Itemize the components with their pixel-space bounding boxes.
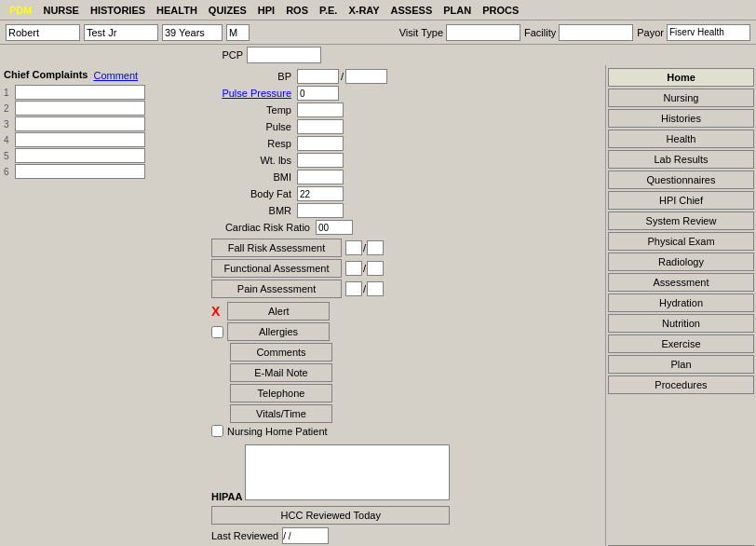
sidebar-physical-exam-btn[interactable]: Physical Exam	[608, 232, 754, 251]
menu-plan[interactable]: PLAN	[438, 3, 477, 18]
bp-input-systolic[interactable]	[297, 69, 339, 84]
bmi-input[interactable]	[297, 170, 344, 184]
allergies-btn[interactable]: Allergies	[227, 322, 330, 341]
hipaa-title: HIPAA	[211, 491, 242, 502]
alert-x-icon[interactable]: X	[211, 304, 220, 319]
resp-input[interactable]	[297, 136, 344, 151]
menu-pdm[interactable]: PDM	[4, 3, 37, 18]
menu-procs[interactable]: PROCS	[477, 3, 524, 18]
functional-assessment-btn[interactable]: Functional Assessment	[211, 259, 342, 278]
nursing-home-row: Nursing Home Patient	[211, 425, 450, 437]
pain-input2[interactable]	[367, 281, 384, 296]
hcc-reviewed-btn[interactable]: HCC Reviewed Today	[211, 506, 450, 525]
facility-group: Facility	[524, 24, 633, 41]
functional-input2[interactable]	[367, 261, 384, 276]
menu-quizes[interactable]: QUIZES	[203, 3, 252, 18]
chief-complaints-section: Chief Complaints Comment 1 2 3 4	[4, 69, 185, 544]
pain-assessment-btn[interactable]: Pain Assessment	[211, 280, 342, 298]
sidebar-procedures-btn[interactable]: Procedures	[608, 375, 754, 394]
sidebar-assessment-btn[interactable]: Assessment	[608, 273, 754, 292]
nursing-home-checkbox[interactable]	[211, 425, 223, 437]
alert-btn[interactable]: Alert	[227, 302, 330, 321]
payor-input[interactable]	[667, 24, 750, 41]
cardiac-risk-input[interactable]	[316, 220, 353, 235]
pulse-pressure-link[interactable]: Pulse Pressure	[211, 88, 295, 99]
sidebar-lab-results-btn[interactable]: Lab Results	[608, 150, 754, 169]
menu-xray[interactable]: X-RAY	[343, 3, 385, 18]
allergies-row: Allergies	[211, 322, 450, 341]
action-buttons-section: X Alert Allergies Comments E-Mail Note	[211, 302, 450, 437]
complaint-input-3[interactable]	[15, 116, 145, 131]
menu-assess[interactable]: ASSESS	[385, 3, 439, 18]
gender-input[interactable]	[226, 24, 250, 41]
pcp-input[interactable]	[247, 47, 321, 63]
vitals-time-btn[interactable]: Vitals/Time	[230, 404, 332, 423]
nursing-home-label: Nursing Home Patient	[227, 426, 328, 437]
alert-row: X Alert	[211, 302, 450, 321]
sidebar-system-review-btn[interactable]: System Review	[608, 212, 754, 230]
sidebar-histories-btn[interactable]: Histories	[608, 109, 754, 128]
bp-input-diastolic[interactable]	[345, 69, 387, 84]
age-input[interactable]	[162, 24, 223, 41]
pain-input1[interactable]	[345, 281, 362, 296]
menu-nurse[interactable]: NURSE	[37, 3, 85, 18]
facility-input[interactable]	[559, 24, 633, 41]
fall-risk-input2[interactable]	[367, 240, 384, 255]
visit-type-input[interactable]	[446, 24, 520, 41]
fall-risk-input1[interactable]	[345, 240, 362, 255]
complaint-row-1: 1	[4, 85, 185, 100]
menu-bar: PDM NURSE HISTORIES HEALTH QUIZES HPI RO…	[0, 0, 756, 20]
complaint-input-2[interactable]	[15, 101, 145, 116]
cardiac-risk-label: Cardiac Risk Ratio	[211, 222, 314, 233]
menu-histories[interactable]: HISTORIES	[85, 3, 151, 18]
sidebar-health-btn[interactable]: Health	[608, 130, 754, 148]
last-name-input[interactable]	[84, 24, 158, 41]
pulse-input[interactable]	[297, 119, 344, 134]
bp-label: BP	[211, 71, 295, 82]
sidebar-questionnaires-btn[interactable]: Questionnaires	[608, 171, 754, 189]
visit-type-label: Visit Type	[399, 27, 443, 38]
complaint-input-1[interactable]	[15, 85, 145, 100]
last-reviewed-label: Last Reviewed	[211, 530, 278, 541]
sidebar-home-btn[interactable]: Home	[608, 68, 754, 87]
complaint-input-6[interactable]	[15, 164, 145, 179]
fall-risk-btn[interactable]: Fall Risk Assessment	[211, 239, 342, 257]
allergies-checkbox[interactable]	[211, 326, 223, 338]
functional-assessment-row: Functional Assessment /	[211, 259, 450, 278]
bmi-row: BMI	[211, 170, 450, 184]
pulse-row: Pulse	[211, 119, 450, 134]
comments-btn[interactable]: Comments	[230, 343, 332, 362]
temp-label: Temp	[211, 104, 295, 116]
comment-link[interactable]: Comment	[93, 70, 138, 81]
complaint-input-4[interactable]	[15, 132, 145, 147]
bp-row: BP /	[211, 69, 450, 84]
telephone-btn[interactable]: Telephone	[230, 384, 332, 403]
sidebar-hydration-btn[interactable]: Hydration	[608, 293, 754, 312]
temp-input[interactable]	[297, 102, 344, 117]
sidebar-plan-btn[interactable]: Plan	[608, 355, 754, 374]
resp-row: Resp	[211, 136, 450, 151]
sidebar-nutrition-btn[interactable]: Nutrition	[608, 314, 754, 333]
last-reviewed-input[interactable]	[282, 527, 329, 544]
email-btn[interactable]: E-Mail Note	[230, 363, 332, 382]
menu-health[interactable]: HEALTH	[151, 3, 203, 18]
pulse-pressure-input[interactable]	[297, 86, 339, 101]
bodyfat-input[interactable]	[297, 186, 344, 201]
complaint-input-5[interactable]	[15, 148, 145, 163]
menu-hpi[interactable]: HPI	[252, 3, 280, 18]
first-name-input[interactable]	[6, 24, 80, 41]
hipaa-textarea[interactable]	[245, 444, 450, 500]
menu-pe[interactable]: P.E.	[314, 3, 343, 18]
sidebar-hpi-chief-btn[interactable]: HPI Chief	[608, 191, 754, 210]
sidebar-nursing-btn[interactable]: Nursing	[608, 89, 754, 107]
bmr-input[interactable]	[297, 203, 344, 218]
sidebar-radiology-btn[interactable]: Radiology	[608, 253, 754, 271]
wt-label: Wt. lbs	[211, 155, 295, 166]
facility-label: Facility	[524, 27, 556, 38]
cardiac-risk-row: Cardiac Risk Ratio	[211, 220, 450, 235]
wt-input[interactable]	[297, 153, 344, 168]
functional-input1[interactable]	[345, 261, 362, 276]
sidebar-exercise-btn[interactable]: Exercise	[608, 334, 754, 353]
menu-ros[interactable]: ROS	[280, 3, 314, 18]
wt-row: Wt. lbs	[211, 153, 450, 168]
